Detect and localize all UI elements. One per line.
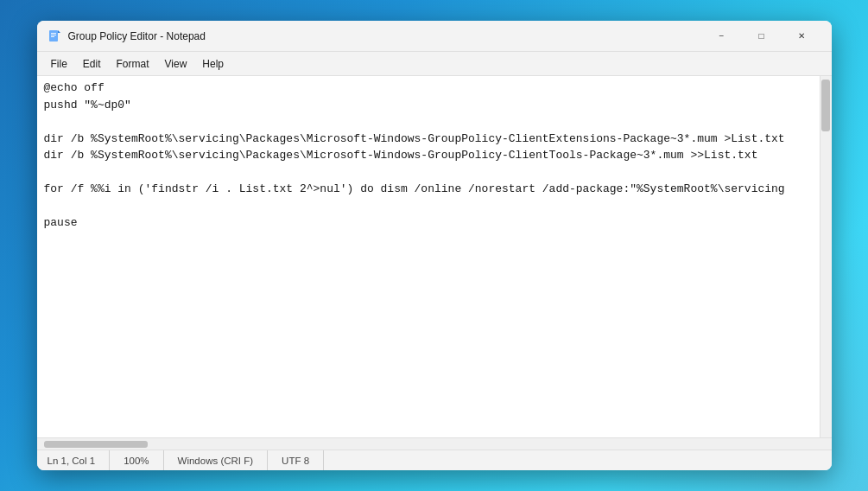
scrollbar-thumb-h[interactable] xyxy=(44,441,148,448)
app-icon xyxy=(48,29,61,43)
svg-rect-3 xyxy=(51,36,54,37)
cursor-position: Ln 1, Col 1 xyxy=(48,450,111,470)
maximize-button[interactable]: □ xyxy=(742,21,782,52)
menu-format[interactable]: Format xyxy=(110,55,156,73)
horizontal-scrollbar[interactable] xyxy=(37,437,832,450)
encoding: UTF 8 xyxy=(268,450,324,470)
svg-rect-0 xyxy=(49,30,58,41)
window-title: Group Policy Editor - Notepad xyxy=(68,30,702,42)
menubar: File Edit Format View Help xyxy=(37,52,832,76)
scrollbar-thumb-v[interactable] xyxy=(821,80,830,131)
svg-rect-2 xyxy=(51,35,56,35)
zoom-level: 100% xyxy=(110,450,163,470)
text-editor[interactable]: @echo off pushd "%~dp0" dir /b %SystemRo… xyxy=(37,76,820,437)
svg-rect-1 xyxy=(51,33,56,34)
statusbar: Ln 1, Col 1 100% Windows (CRI F) UTF 8 xyxy=(37,450,832,470)
close-button[interactable]: ✕ xyxy=(782,21,821,52)
minimize-button[interactable]: − xyxy=(702,21,742,52)
titlebar: Group Policy Editor - Notepad − □ ✕ xyxy=(37,21,832,52)
svg-marker-4 xyxy=(58,30,60,33)
menu-file[interactable]: File xyxy=(44,55,74,73)
menu-help[interactable]: Help xyxy=(195,55,231,73)
notepad-window: Group Policy Editor - Notepad − □ ✕ File… xyxy=(37,21,832,470)
menu-edit[interactable]: Edit xyxy=(76,55,108,73)
line-ending: Windows (CRI F) xyxy=(164,450,269,470)
menu-view[interactable]: View xyxy=(158,55,194,73)
content-area: @echo off pushd "%~dp0" dir /b %SystemRo… xyxy=(37,76,832,437)
vertical-scrollbar[interactable] xyxy=(820,76,832,437)
window-controls: − □ ✕ xyxy=(702,21,821,52)
